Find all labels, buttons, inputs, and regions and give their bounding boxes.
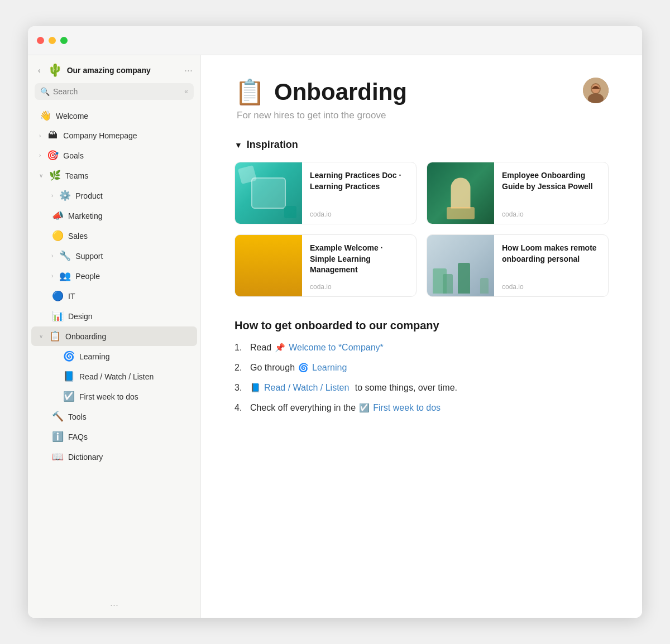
page-header: 📋 Onboarding bbox=[234, 78, 407, 107]
search-input[interactable] bbox=[53, 87, 181, 96]
app-body: ‹ 🌵 Our amazing company ··· 🔍 « 👋 Welcom… bbox=[28, 55, 642, 618]
card-thumbnail-3 bbox=[235, 235, 302, 296]
sidebar-label-company-homepage: Company Homepage bbox=[63, 131, 189, 140]
sidebar-item-welcome[interactable]: 👋 Welcome bbox=[31, 106, 197, 126]
sidebar-label-onboarding: Onboarding bbox=[65, 332, 189, 341]
sidebar-label-people: People bbox=[75, 272, 189, 281]
sidebar-label-it: IT bbox=[68, 292, 189, 301]
welcome-icon: 👋 bbox=[39, 110, 51, 122]
sidebar-item-first-week[interactable]: ☑️ First week to dos bbox=[31, 387, 197, 406]
step-num-4: 4. bbox=[234, 401, 247, 415]
onboarding-icon: 📋 bbox=[49, 330, 61, 342]
card-title-3: Example Welcome · Simple Learning Manage… bbox=[310, 243, 408, 276]
product-icon: ⚙️ bbox=[59, 190, 71, 201]
sidebar-item-learning[interactable]: 🌀 Learning bbox=[31, 347, 197, 366]
sidebar-item-sales[interactable]: 🟡 Sales bbox=[31, 226, 197, 246]
card-title-1: Learning Practices Doc · Learning Practi… bbox=[310, 170, 408, 192]
maximize-button[interactable] bbox=[60, 37, 68, 44]
search-icon: 🔍 bbox=[40, 87, 50, 96]
workspace-name: Our amazing company bbox=[67, 66, 180, 75]
card-employee-onboarding[interactable]: Employee Onboarding Guide by Jessica Pow… bbox=[427, 162, 609, 224]
step-link-1[interactable]: Welcome to *Company* bbox=[289, 341, 384, 354]
step-num-2: 2. bbox=[234, 361, 247, 374]
faqs-icon: ℹ️ bbox=[51, 431, 64, 443]
sidebar: ‹ 🌵 Our amazing company ··· 🔍 « 👋 Welcom… bbox=[28, 55, 201, 618]
sidebar-item-faqs[interactable]: ℹ️ FAQs bbox=[31, 427, 197, 446]
card-how-loom[interactable]: How Loom makes remote onboarding persona… bbox=[427, 234, 609, 297]
how-to-step-4: 4. Check off everything in the ☑️ First … bbox=[234, 401, 609, 415]
workspace-menu-button[interactable]: ··· bbox=[184, 65, 193, 76]
sidebar-item-people[interactable]: › 👥 People bbox=[31, 266, 197, 286]
sidebar-item-tools[interactable]: 🔨 Tools bbox=[31, 407, 197, 426]
sidebar-bottom-dots[interactable]: ··· bbox=[28, 593, 200, 618]
avatar-image bbox=[583, 78, 609, 103]
main-content: 📋 Onboarding For new hires to get into t… bbox=[201, 55, 642, 618]
dictionary-icon: 📖 bbox=[51, 451, 64, 463]
minimize-button[interactable] bbox=[49, 37, 56, 44]
step-suffix-3: to some things, over time. bbox=[352, 381, 457, 395]
sidebar-label-product: Product bbox=[75, 191, 189, 200]
sidebar-item-it[interactable]: 🔵 IT bbox=[31, 286, 197, 306]
step-link-icon-3: 📘 bbox=[250, 382, 261, 395]
sidebar-item-goals[interactable]: › 🎯 Goals bbox=[31, 146, 197, 165]
card-title-2: Employee Onboarding Guide by Jessica Pow… bbox=[502, 170, 600, 192]
step-link-2[interactable]: Learning bbox=[312, 361, 347, 374]
tools-icon: 🔨 bbox=[51, 411, 64, 422]
sidebar-item-onboarding[interactable]: ∨ 📋 Onboarding bbox=[31, 326, 197, 346]
page-subtitle: For new hires to get into the groove bbox=[234, 110, 407, 121]
sidebar-item-support[interactable]: › 🔧 Support bbox=[31, 246, 197, 266]
design-icon: 📊 bbox=[51, 310, 64, 322]
sidebar-item-company-homepage[interactable]: › 🏔 Company Homepage bbox=[31, 126, 197, 145]
card-learning-practices[interactable]: Learning Practices Doc · Learning Practi… bbox=[234, 162, 417, 224]
sidebar-label-goals: Goals bbox=[63, 151, 189, 160]
titlebar bbox=[28, 26, 642, 55]
sidebar-label-teams: Teams bbox=[65, 171, 189, 180]
sidebar-label-welcome: Welcome bbox=[56, 112, 189, 121]
support-icon: 🔧 bbox=[59, 250, 71, 262]
sidebar-item-marketing[interactable]: 📣 Marketing bbox=[31, 206, 197, 225]
step-link-3[interactable]: Read / Watch / Listen bbox=[264, 381, 349, 395]
step-prefix-1: Read bbox=[250, 341, 271, 354]
card-body-2: Employee Onboarding Guide by Jessica Pow… bbox=[494, 162, 608, 224]
card-thumbnail-1 bbox=[235, 162, 302, 224]
chevron-down-icon: ∨ bbox=[39, 333, 43, 339]
card-source-1: coda.io bbox=[310, 210, 408, 218]
page-title: Onboarding bbox=[274, 79, 407, 105]
page-header-area: 📋 Onboarding For new hires to get into t… bbox=[234, 78, 407, 139]
card-body-1: Learning Practices Doc · Learning Practi… bbox=[302, 162, 416, 224]
sidebar-label-support: Support bbox=[75, 252, 189, 261]
chevron-right-icon: › bbox=[51, 273, 53, 279]
card-body-4: How Loom makes remote onboarding persona… bbox=[494, 235, 608, 296]
sales-icon: 🟡 bbox=[51, 230, 64, 242]
sidebar-item-dictionary[interactable]: 📖 Dictionary bbox=[31, 447, 197, 467]
section-arrow-icon: ▼ bbox=[234, 141, 242, 150]
workspace-icon: 🌵 bbox=[47, 63, 63, 78]
card-example-welcome[interactable]: Example Welcome · Simple Learning Manage… bbox=[234, 234, 417, 297]
app-window: ‹ 🌵 Our amazing company ··· 🔍 « 👋 Welcom… bbox=[28, 26, 642, 618]
inspiration-section-heading[interactable]: ▼ Inspiration bbox=[234, 139, 609, 151]
sidebar-item-read-watch-listen[interactable]: 📘 Read / Watch / Listen bbox=[31, 367, 197, 386]
sidebar-label-design: Design bbox=[68, 312, 189, 321]
first-week-icon: ☑️ bbox=[63, 391, 75, 402]
how-to-step-1: 1. Read 📌 Welcome to *Company* bbox=[234, 341, 609, 354]
search-bar[interactable]: 🔍 « bbox=[35, 83, 194, 100]
goals-icon: 🎯 bbox=[46, 150, 59, 161]
sidebar-item-design[interactable]: 📊 Design bbox=[31, 306, 197, 326]
teams-icon: 🌿 bbox=[49, 170, 61, 181]
step-prefix-2: Go through bbox=[250, 361, 295, 374]
sidebar-label-faqs: FAQs bbox=[68, 432, 189, 441]
sidebar-item-teams[interactable]: ∨ 🌿 Teams bbox=[31, 166, 197, 185]
card-thumbnail-4 bbox=[427, 235, 494, 296]
sidebar-item-product[interactable]: › ⚙️ Product bbox=[31, 186, 197, 205]
close-button[interactable] bbox=[37, 37, 44, 44]
step-link-4[interactable]: First week to dos bbox=[373, 401, 441, 415]
step-num-3: 3. bbox=[234, 381, 247, 395]
step-num-1: 1. bbox=[234, 341, 247, 354]
avatar[interactable] bbox=[583, 78, 609, 103]
step-link-icon-2: 🌀 bbox=[298, 362, 309, 374]
step-prefix-4: Check off everything in the bbox=[250, 401, 356, 415]
sidebar-label-marketing: Marketing bbox=[68, 212, 189, 220]
sidebar-back-button[interactable]: ‹ bbox=[36, 65, 43, 76]
collapse-button[interactable]: « bbox=[184, 88, 188, 95]
how-to-step-3: 3. 📘 Read / Watch / Listen to some thing… bbox=[234, 381, 609, 395]
